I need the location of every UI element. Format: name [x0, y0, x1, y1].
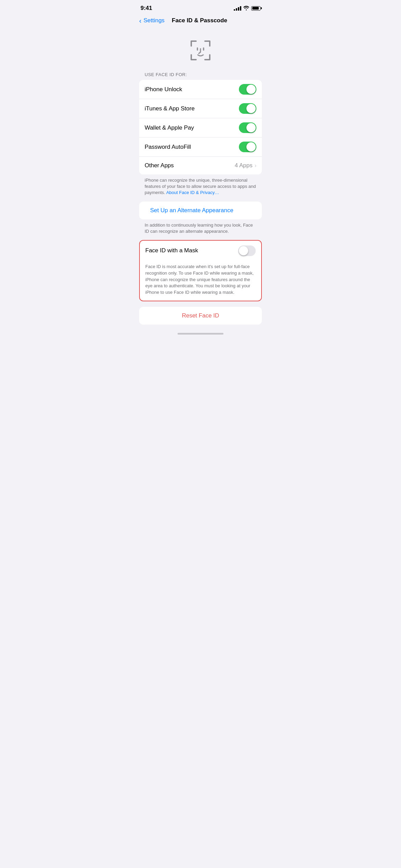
alternate-appearance-button[interactable]: Set Up an Alternate Appearance [145, 202, 256, 219]
face-id-icon [189, 38, 212, 62]
other-apps-row[interactable]: Other Apps 4 Apps › [139, 157, 262, 174]
password-autofill-label: Password AutoFill [145, 144, 191, 150]
other-apps-value: 4 Apps [235, 162, 253, 169]
password-autofill-row[interactable]: Password AutoFill [139, 137, 262, 157]
back-button[interactable]: ‹ Settings [139, 17, 165, 24]
signal-icon [234, 6, 241, 11]
alternate-appearance-card[interactable]: Set Up an Alternate Appearance [139, 202, 262, 219]
mask-toggle[interactable] [238, 245, 256, 256]
password-autofill-toggle[interactable] [239, 142, 256, 152]
mask-toggle-row[interactable]: Face ID with a Mask [140, 241, 261, 261]
home-bar [178, 333, 223, 335]
face-id-description: iPhone can recognize the unique, three-d… [134, 174, 267, 202]
back-chevron-icon: ‹ [139, 17, 142, 24]
alternate-appearance-label: Set Up an Alternate Appearance [150, 207, 233, 214]
page-title: Face ID & Passcode [165, 17, 234, 24]
status-icons [234, 5, 260, 11]
reset-face-id-label: Reset Face ID [182, 312, 219, 319]
status-time: 9:41 [141, 5, 152, 12]
reset-face-id-card[interactable]: Reset Face ID [139, 307, 262, 325]
mask-label: Face ID with a Mask [145, 247, 198, 254]
section-label: USE FACE ID FOR: [134, 72, 267, 80]
alternate-appearance-description: In addition to continuously learning how… [134, 219, 267, 240]
wifi-icon [243, 5, 249, 11]
itunes-app-store-label: iTunes & App Store [145, 105, 195, 112]
mask-card: Face ID with a Mask Face ID is most accu… [139, 240, 262, 301]
iphone-unlock-label: iPhone Unlock [145, 86, 182, 93]
about-face-id-link[interactable]: About Face ID & Privacy… [166, 190, 219, 195]
itunes-app-store-row[interactable]: iTunes & App Store [139, 99, 262, 118]
back-label: Settings [144, 17, 165, 24]
other-apps-right: 4 Apps › [235, 162, 256, 169]
iphone-unlock-toggle[interactable] [239, 84, 256, 95]
other-apps-chevron-icon: › [255, 162, 256, 169]
home-indicator [134, 330, 267, 336]
battery-icon [251, 6, 260, 11]
use-face-id-card: iPhone Unlock iTunes & App Store Wallet … [139, 80, 262, 174]
face-id-icon-container [134, 28, 267, 72]
wallet-apple-pay-toggle[interactable] [239, 122, 256, 133]
reset-face-id-row[interactable]: Reset Face ID [139, 307, 262, 325]
mask-description: Face ID is most accurate when it's set u… [140, 261, 261, 301]
itunes-app-store-toggle[interactable] [239, 103, 256, 114]
iphone-unlock-row[interactable]: iPhone Unlock [139, 80, 262, 99]
status-bar: 9:41 [134, 0, 267, 14]
nav-bar: ‹ Settings Face ID & Passcode [134, 14, 267, 28]
wallet-apple-pay-row[interactable]: Wallet & Apple Pay [139, 118, 262, 137]
wallet-apple-pay-label: Wallet & Apple Pay [145, 124, 194, 131]
other-apps-label: Other Apps [145, 162, 174, 169]
